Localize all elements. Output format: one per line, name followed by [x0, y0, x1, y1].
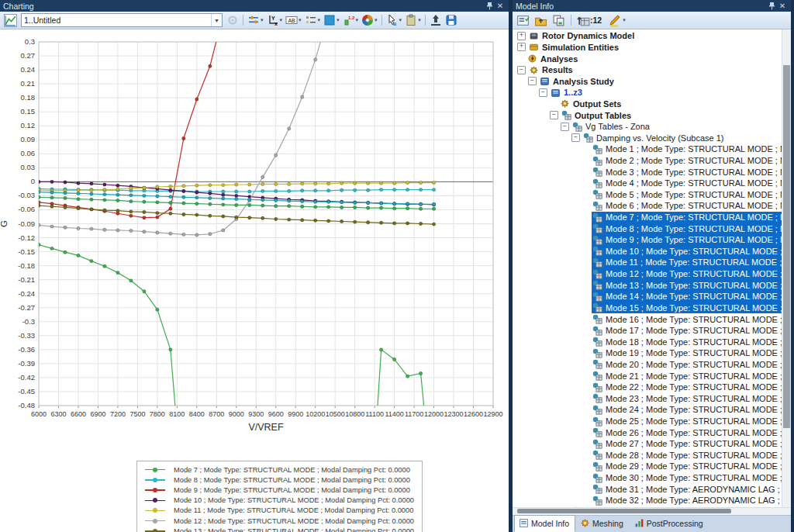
tree-vertical-scrollbar[interactable] [782, 29, 791, 507]
close-icon[interactable]: ✕ [495, 1, 506, 11]
chevron-down-icon[interactable]: ▾ [356, 17, 359, 23]
tab-postprocessing[interactable]: PostProcessing [630, 515, 709, 532]
tree-horizontal-scrollbar[interactable] [513, 507, 791, 515]
collapse-icon[interactable]: − [571, 133, 580, 142]
tree-item[interactable]: Mode 22 ; Mode Type: STRUCTURAL MODE ; M… [513, 382, 782, 393]
chart-settings-icon[interactable] [225, 12, 240, 28]
tree-item[interactable]: Mode 10 ; Mode Type: STRUCTURAL MODE ; M… [513, 246, 782, 257]
legend-marker [143, 485, 167, 495]
tree-item[interactable]: Mode 9 ; Mode Type: STRUCTURAL MODE ; Mo… [513, 234, 782, 246]
tree-item[interactable]: Mode 4 ; Mode Type: STRUCTURAL MODE ; Mo… [513, 178, 782, 189]
expand-icon[interactable]: + [517, 32, 526, 40]
tree-item[interactable]: Mode 13 ; Mode Type: STRUCTURAL MODE ; M… [513, 279, 782, 291]
clipboard-icon[interactable]: ▾ [403, 12, 423, 28]
chevron-down-icon[interactable]: ▾ [318, 17, 321, 23]
tree-item[interactable]: Mode 15 ; Mode Type: STRUCTURAL MODE ; M… [513, 302, 782, 314]
tree-item[interactable]: Mode 1 ; Mode Type: STRUCTURAL MODE ; Mo… [513, 143, 782, 155]
legend-entry: Mode 8 ; Mode Type: STRUCTURAL MODE ; Mo… [143, 475, 414, 485]
chevron-down-icon[interactable]: ▾ [280, 17, 283, 23]
copy-entities-icon[interactable] [551, 12, 567, 28]
legend-options-icon[interactable]: ▾ [303, 12, 323, 28]
tree-item[interactable]: Mode 18 ; Mode Type: STRUCTURAL MODE ; M… [513, 336, 782, 347]
tree-item[interactable]: +Simulation Entities [513, 42, 782, 54]
tree-item[interactable]: Mode 29 ; Mode Type: STRUCTURAL MODE ; M… [513, 461, 782, 472]
chevron-down-icon[interactable]: ▾ [375, 17, 378, 23]
highlighter-icon[interactable]: ▾ [607, 12, 627, 28]
svg-text:0.21: 0.21 [21, 79, 36, 88]
text-options-icon[interactable]: AB▾ [284, 12, 303, 28]
tree-item[interactable]: Mode 3 ; Mode Type: STRUCTURAL MODE ; Mo… [513, 166, 782, 178]
tree-item[interactable]: −Vg Tables - Zona [513, 121, 782, 133]
model-tree: +Rotor Dynamics Model+Simulation Entitie… [513, 30, 782, 507]
tree-item[interactable]: Mode 24 ; Mode Type: STRUCTURAL MODE ; M… [513, 404, 782, 416]
tree-item[interactable]: Mode 25 ; Mode Type: STRUCTURAL MODE ; M… [513, 416, 782, 427]
tree-item[interactable]: Mode 26 ; Mode Type: STRUCTURAL MODE ; M… [513, 427, 782, 438]
tree-item[interactable]: −1..z3 [513, 87, 782, 98]
tree-item[interactable]: Mode 32 ; Mode Type: AERODYNAMIC LAG ; M… [513, 495, 782, 506]
tree-item[interactable]: Mode 8 ; Mode Type: STRUCTURAL MODE ; Mo… [513, 223, 782, 234]
tree-item[interactable]: −Analysis Study [513, 75, 782, 87]
tree-item[interactable]: Mode 11 ; Mode Type: STRUCTURAL MODE ; M… [513, 257, 782, 268]
renumber-icon[interactable]: :12 [575, 12, 606, 28]
save-icon[interactable] [444, 12, 459, 28]
collapse-icon[interactable]: − [550, 111, 558, 119]
pin-icon[interactable] [766, 1, 777, 11]
tree-item-label: Mode 7 ; Mode Type: STRUCTURAL MODE ; Mo… [606, 212, 782, 222]
tree-item[interactable]: Mode 17 ; Mode Type: STRUCTURAL MODE ; M… [513, 325, 782, 337]
tab-meshing[interactable]: Meshing [575, 515, 630, 532]
chart-selector[interactable]: 1..Untitled ▼ [21, 13, 223, 27]
tree-item[interactable]: Mode 28 ; Mode Type: STRUCTURAL MODE ; M… [513, 450, 782, 461]
tree-item[interactable]: Mode 31 ; Mode Type: AERODYNAMIC LAG ; M… [513, 483, 782, 495]
tree-item[interactable]: Mode 12 ; Mode Type: STRUCTURAL MODE ; M… [513, 268, 782, 280]
chevron-down-icon[interactable]: ▼ [211, 14, 219, 26]
tree-item[interactable]: Mode 23 ; Mode Type: STRUCTURAL MODE ; M… [513, 393, 782, 405]
scrollbar-thumb[interactable] [783, 65, 790, 428]
tree-item[interactable]: Mode 19 ; Mode Type: STRUCTURAL MODE ; M… [513, 347, 782, 359]
tree-item[interactable]: +Rotor Dynamics Model [513, 30, 782, 42]
tree-item[interactable]: Output Sets [513, 98, 782, 110]
tree-item[interactable]: −Damping vs. Velocity (Subcase 1) [513, 132, 782, 143]
chevron-down-icon[interactable]: ▾ [261, 17, 264, 23]
expand-icon[interactable]: + [517, 43, 526, 51]
collapse-icon[interactable]: − [528, 77, 537, 85]
entity-options-icon[interactable] [515, 12, 531, 28]
tree-item[interactable]: Mode 20 ; Mode Type: STRUCTURAL MODE ; M… [513, 359, 782, 371]
chevron-down-icon[interactable]: ▾ [299, 17, 302, 23]
pin-icon[interactable] [484, 1, 495, 11]
load-group-icon[interactable] [533, 12, 549, 28]
chevron-down-icon[interactable]: ▾ [399, 17, 402, 23]
probe-icon[interactable]: B▾ [385, 12, 404, 28]
chevron-down-icon[interactable]: ▾ [337, 17, 340, 23]
table-icon [592, 223, 602, 233]
tree-item[interactable]: Mode 27 ; Mode Type: STRUCTURAL MODE ; M… [513, 438, 782, 450]
tree-item[interactable]: Mode 5 ; Mode Type: STRUCTURAL MODE ; Mo… [513, 189, 782, 201]
curve-options-icon[interactable]: ▾ [246, 12, 265, 28]
tree-item[interactable]: Mode 2 ; Mode Type: STRUCTURAL MODE ; Mo… [513, 155, 782, 167]
tree-item[interactable]: Mode 16 ; Mode Type: STRUCTURAL MODE ; M… [513, 313, 782, 325]
legend-entry: Mode 10 ; Mode Type: STRUCTURAL MODE ; M… [143, 496, 414, 506]
color-palette-icon[interactable]: ▾ [360, 12, 379, 28]
table-icon [592, 371, 602, 381]
tree-item[interactable]: Mode 6 ; Mode Type: STRUCTURAL MODE ; Mo… [513, 200, 782, 212]
axes-options-icon[interactable]: Yx▾ [265, 12, 285, 28]
tab-model-info[interactable]: Model Info [514, 515, 575, 532]
collapse-icon[interactable]: − [517, 66, 526, 74]
scrollbar-thumb[interactable] [517, 509, 731, 513]
fill-color-icon[interactable]: ▾ [322, 12, 341, 28]
tree-item[interactable]: Mode 30 ; Mode Type: STRUCTURAL MODE ; M… [513, 472, 782, 484]
collapse-icon[interactable]: − [539, 88, 547, 97]
tree-item[interactable]: Mode 7 ; Mode Type: STRUCTURAL MODE ; Mo… [513, 212, 782, 223]
close-icon[interactable]: ✕ [777, 1, 788, 11]
tree-item[interactable]: Analyses [513, 53, 782, 64]
export-icon[interactable] [428, 12, 444, 28]
chevron-down-icon[interactable]: ▾ [623, 17, 626, 23]
collapse-icon[interactable]: − [561, 123, 569, 131]
legend-marker [143, 506, 167, 516]
chart-type-icon[interactable] [2, 12, 19, 28]
tree-item[interactable]: −Output Tables [513, 109, 782, 121]
tree-item[interactable]: Mode 14 ; Mode Type: STRUCTURAL MODE ; M… [513, 291, 782, 302]
tree-item[interactable]: Mode 21 ; Mode Type: STRUCTURAL MODE ; M… [513, 370, 782, 382]
tree-item[interactable]: −Results [513, 64, 782, 76]
data-labels-icon[interactable]: 1.2▾ [341, 12, 361, 28]
chevron-down-icon[interactable]: ▾ [418, 17, 421, 23]
